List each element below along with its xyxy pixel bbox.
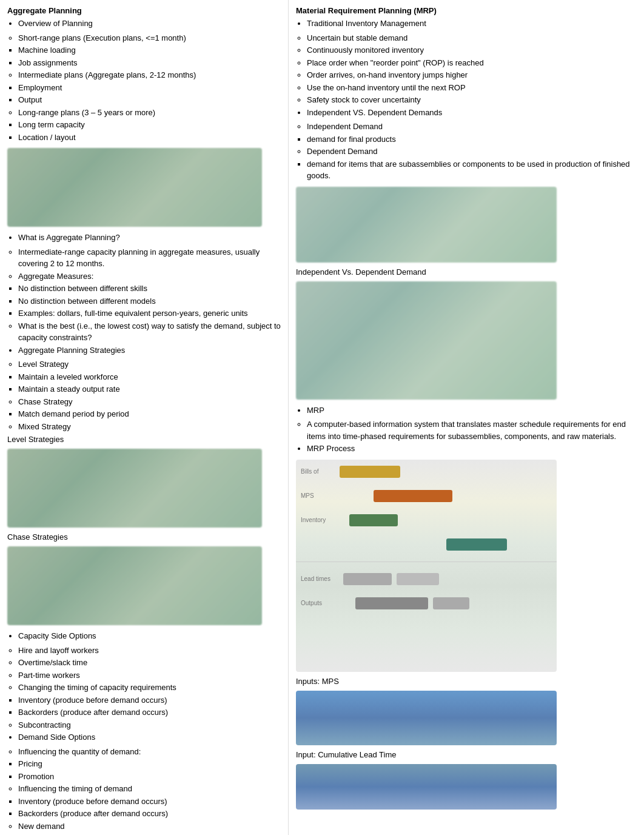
influencing-timing-list: Influencing the timing of demand [18, 783, 281, 795]
mrp-label-5: Lead times [301, 575, 337, 582]
dep-demand-list: Dependent Demand [307, 146, 637, 158]
page: Aggregate Planning Overview of Planning … [0, 0, 644, 835]
intermediate-item: Intermediate plans (Aggregate plans, 2-1… [18, 69, 281, 81]
right-column: Material Requirement Planning (MRP) Trad… [289, 0, 644, 835]
capacity-side-item: Capacity Side Options [18, 630, 281, 642]
level-strategies-image [7, 449, 262, 528]
mrp-bar-gray1 [343, 573, 392, 585]
indep-vs-dep-list: Independent VS. Dependent Demands [307, 107, 637, 119]
input-clt-label: Input: Cumulative Lead Time [296, 750, 637, 759]
mrp-row-4 [296, 532, 557, 557]
cont-monitored-item: Continuously monitored inventory [307, 44, 637, 56]
aggregate-measures-item: Aggregate Measures: [18, 270, 281, 283]
level-strategy-list: Level Strategy [18, 358, 281, 371]
right-title: Material Requirement Planning (MRP) [296, 6, 637, 15]
capacity-timing-sub: Inventory (produce before demand occurs)… [18, 694, 281, 719]
short-range-item: Short-range plans (Execution plans, <=1 … [18, 32, 281, 44]
long-term-capacity-item: Long term capacity [18, 119, 281, 131]
mrp-bar-teal [446, 538, 507, 551]
demand-qty-sub: Pricing Promotion [18, 758, 281, 782]
level-strategy-item: Level Strategy [18, 358, 281, 371]
demand-side-item: Demand Side Options [18, 731, 281, 743]
examples-item: Examples: dollars, full-time equivalent … [18, 307, 281, 320]
strategies-list: Aggregate Planning Strategies [18, 344, 281, 357]
location-layout-item: Location / layout [18, 132, 281, 144]
what-is-best-item: What is the best (i.e., the lowest cost)… [18, 320, 281, 344]
promotion-item: Promotion [18, 771, 281, 783]
influencing-qty-item: Influencing the quantity of demand: [18, 746, 281, 758]
mixed-strategy-list: Mixed Strategy [18, 421, 281, 433]
new-demand-list: New demand [18, 820, 281, 833]
mrp-label-6: Outputs [301, 600, 337, 606]
machine-loading-item: Machine loading [18, 44, 281, 56]
mrp-label-2: MPS [301, 492, 337, 499]
indep-vs-dep-label: Independent Vs. Dependent Demand [296, 267, 637, 277]
no-distinct-models: No distinction between different models [18, 295, 281, 307]
mrp-row-5: Lead times [296, 567, 557, 591]
chase-strategy-sub: Match demand period by period [18, 408, 281, 420]
level-strategies-label: Level Strategies [7, 435, 281, 444]
agg-measures-sub: No distinction between different skills … [18, 283, 281, 320]
chase-strategies-image [7, 546, 262, 625]
input-clt-image [296, 764, 557, 810]
mrp-row-1: Bills of [296, 460, 557, 484]
overtime-item: Overtime/slack time [18, 657, 281, 669]
demand-final-item: demand for final products [307, 133, 637, 146]
demand-items-item: demand for items that are subassemblies … [307, 158, 637, 182]
demand-final-sub: demand for final products [307, 133, 637, 146]
mrp-label-1: Bills of [301, 468, 337, 475]
mrp-bar-gray2 [397, 573, 439, 585]
left-column: Aggregate Planning Overview of Planning … [0, 0, 289, 835]
traditional-inv-image [296, 187, 557, 263]
influencing-timing-item: Influencing the timing of demand [18, 783, 281, 795]
pricing-item: Pricing [18, 758, 281, 770]
capacity-side-sub: Hire and layoff workers Overtime/slack t… [18, 645, 281, 694]
what-is-desc-item: Intermediate-range capacity planning in … [18, 246, 281, 270]
mrp-item: MRP [307, 404, 637, 417]
no-distinct-skills: No distinction between different skills [18, 283, 281, 295]
chase-strategy-item: Chase Strategy [18, 396, 281, 408]
mrp-bar-yellow [340, 466, 400, 478]
overview-item: Overview of Planning [18, 18, 281, 30]
demand-side-list: Demand Side Options [18, 731, 281, 743]
order-arrives-item: Order arrives, on-hand inventory jumps h… [307, 69, 637, 81]
match-demand-item: Match demand period by period [18, 408, 281, 420]
use-on-hand-item: Use the on-hand inventory until the next… [307, 82, 637, 94]
mrp-row-2: MPS [296, 484, 557, 508]
long-range-item: Long-range plans (3 – 5 years or more) [18, 107, 281, 119]
mrp-bar-gray3 [355, 597, 428, 609]
traditional-inv-sub: Uncertain but stable demand Continuously… [307, 32, 637, 106]
part-time-item: Part-time workers [18, 669, 281, 682]
mrp-process-list: MRP Process [307, 443, 637, 455]
what-is-item: What is Aggregate Planning? [18, 232, 281, 244]
inputs-mps-label: Inputs: MPS [296, 677, 637, 686]
level-strategy-sub: Maintain a leveled workforce Maintain a … [18, 371, 281, 395]
mrp-row-3: Inventory [296, 508, 557, 532]
timing-sub: Inventory (produce before demand occurs)… [18, 796, 281, 820]
mrp-process-item: MRP Process [307, 443, 637, 455]
inventory-before-item: Inventory (produce before demand occurs) [18, 694, 281, 706]
traditional-inv-list: Traditional Inventory Management [307, 18, 637, 30]
short-range-list: Short-range plans (Execution plans, <=1 … [18, 32, 281, 44]
backorders-after-item: Backorders (produce after demand occurs) [18, 706, 281, 719]
subcontracting-list: Subcontracting [18, 719, 281, 731]
inventory-before2-item: Inventory (produce before demand occurs) [18, 796, 281, 808]
changing-timing-item: Changing the timing of capacity requirem… [18, 682, 281, 694]
mrp-desc-item: A computer-based information system that… [307, 418, 637, 442]
capacity-side-list: Capacity Side Options [18, 630, 281, 642]
long-range-list: Long-range plans (3 – 5 years or more) [18, 107, 281, 119]
subcontracting-item: Subcontracting [18, 719, 281, 731]
maintain-leveled-item: Maintain a leveled workforce [18, 371, 281, 383]
dep-demand-item: Dependent Demand [307, 146, 637, 158]
chase-strategies-label: Chase Strategies [7, 532, 281, 542]
job-assignments-item: Job assignments [18, 57, 281, 69]
what-is-best-list: What is the best (i.e., the lowest cost)… [18, 320, 281, 344]
indep-demand-item: Independent Demand [307, 121, 637, 133]
mrp-row-6: Outputs [296, 591, 557, 615]
place-order-item: Place order when "reorder point" (ROP) i… [307, 57, 637, 69]
mrp-sub: A computer-based information system that… [307, 418, 637, 442]
mixed-strategy-item: Mixed Strategy [18, 421, 281, 433]
overview-list: Overview of Planning [18, 18, 281, 30]
safety-stock-item: Safety stock to cover uncertainty [307, 94, 637, 106]
intermediate-sub: Employment Output [18, 82, 281, 106]
